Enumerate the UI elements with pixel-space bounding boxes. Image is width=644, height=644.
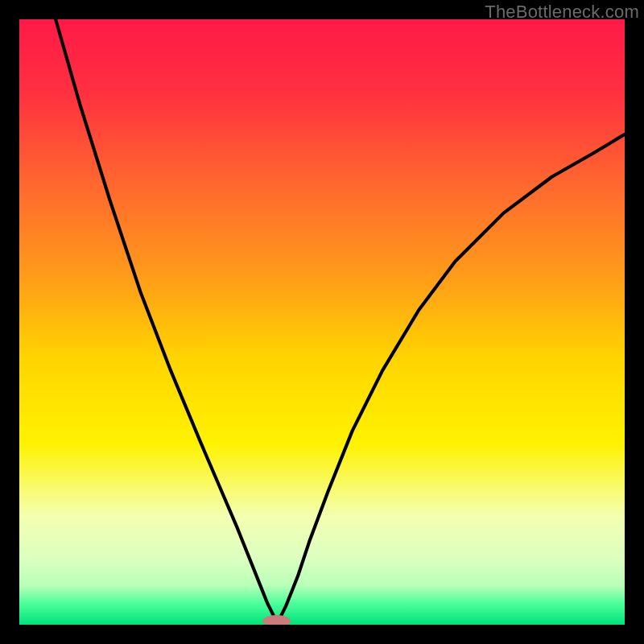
chart-frame <box>19 19 625 625</box>
gradient-rect <box>19 19 625 625</box>
bottleneck-curve-chart <box>19 19 625 625</box>
